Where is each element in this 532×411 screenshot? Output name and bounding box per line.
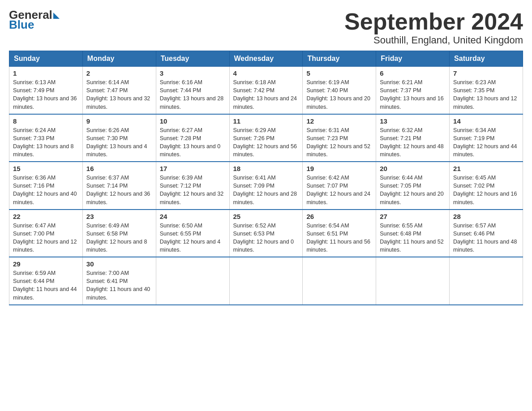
day-number: 28: [453, 213, 519, 220]
day-number: 27: [380, 213, 446, 220]
table-row: 27 Sunrise: 6:55 AM Sunset: 6:48 PM Dayl…: [376, 210, 450, 257]
table-row: 6 Sunrise: 6:21 AM Sunset: 7:37 PM Dayli…: [376, 67, 450, 114]
table-row: 13 Sunrise: 6:32 AM Sunset: 7:21 PM Dayl…: [376, 114, 450, 162]
day-number: 30: [86, 260, 152, 268]
table-row: 11 Sunrise: 6:29 AM Sunset: 7:26 PM Dayl…: [229, 114, 303, 162]
table-row: 5 Sunrise: 6:19 AM Sunset: 7:40 PM Dayli…: [303, 67, 376, 114]
day-info: Sunrise: 6:32 AM Sunset: 7:21 PM Dayligh…: [380, 126, 446, 159]
day-info: Sunrise: 6:29 AM Sunset: 7:26 PM Dayligh…: [233, 126, 299, 159]
day-number: 17: [160, 165, 226, 172]
table-row: 18 Sunrise: 6:41 AM Sunset: 7:09 PM Dayl…: [229, 162, 303, 210]
day-number: 16: [86, 165, 152, 172]
table-row: 10 Sunrise: 6:27 AM Sunset: 7:28 PM Dayl…: [156, 114, 229, 162]
day-info: Sunrise: 6:13 AM Sunset: 7:49 PM Dayligh…: [13, 78, 79, 111]
day-info: Sunrise: 6:52 AM Sunset: 6:53 PM Dayligh…: [233, 222, 299, 254]
calendar-title: September 2024: [344, 9, 523, 34]
day-info: Sunrise: 6:59 AM Sunset: 6:44 PM Dayligh…: [13, 269, 79, 302]
calendar-week-row: 22 Sunrise: 6:47 AM Sunset: 7:00 PM Dayl…: [9, 210, 523, 257]
day-number: 8: [13, 117, 79, 125]
day-number: 18: [233, 165, 299, 172]
day-info: Sunrise: 6:27 AM Sunset: 7:28 PM Dayligh…: [160, 126, 226, 159]
day-info: Sunrise: 6:57 AM Sunset: 6:46 PM Dayligh…: [453, 222, 519, 254]
table-row: 19 Sunrise: 6:42 AM Sunset: 7:07 PM Dayl…: [303, 162, 376, 210]
day-number: 14: [453, 117, 519, 125]
day-info: Sunrise: 6:23 AM Sunset: 7:35 PM Dayligh…: [453, 78, 519, 111]
day-number: 12: [306, 117, 372, 125]
table-row: 3 Sunrise: 6:16 AM Sunset: 7:44 PM Dayli…: [156, 67, 229, 114]
table-row: 23 Sunrise: 6:49 AM Sunset: 6:58 PM Dayl…: [82, 210, 156, 257]
table-row: 17 Sunrise: 6:39 AM Sunset: 7:12 PM Dayl…: [156, 162, 229, 210]
table-row: 4 Sunrise: 6:18 AM Sunset: 7:42 PM Dayli…: [229, 67, 303, 114]
day-info: Sunrise: 6:18 AM Sunset: 7:42 PM Dayligh…: [233, 78, 299, 111]
table-row: 14 Sunrise: 6:34 AM Sunset: 7:19 PM Dayl…: [450, 114, 523, 162]
table-row: [156, 257, 229, 305]
day-number: 24: [160, 213, 226, 220]
header-wednesday: Wednesday: [229, 51, 303, 67]
day-info: Sunrise: 6:24 AM Sunset: 7:33 PM Dayligh…: [13, 126, 79, 159]
day-info: Sunrise: 6:31 AM Sunset: 7:23 PM Dayligh…: [306, 126, 372, 159]
day-info: Sunrise: 6:37 AM Sunset: 7:14 PM Dayligh…: [86, 174, 152, 206]
day-number: 26: [306, 213, 372, 220]
table-row: 22 Sunrise: 6:47 AM Sunset: 7:00 PM Dayl…: [9, 210, 83, 257]
day-info: Sunrise: 6:45 AM Sunset: 7:02 PM Dayligh…: [453, 174, 519, 206]
calendar-subtitle: Southill, England, United Kingdom: [344, 34, 523, 46]
day-info: Sunrise: 6:26 AM Sunset: 7:30 PM Dayligh…: [86, 126, 152, 159]
day-number: 5: [306, 69, 372, 77]
day-info: Sunrise: 6:34 AM Sunset: 7:19 PM Dayligh…: [453, 126, 519, 159]
day-number: 6: [380, 69, 446, 77]
day-info: Sunrise: 6:42 AM Sunset: 7:07 PM Dayligh…: [306, 174, 372, 206]
table-row: 2 Sunrise: 6:14 AM Sunset: 7:47 PM Dayli…: [82, 67, 156, 114]
day-info: Sunrise: 6:39 AM Sunset: 7:12 PM Dayligh…: [160, 174, 226, 206]
page-header: General Blue September 2024 Southill, En…: [9, 9, 523, 46]
day-number: 2: [86, 69, 152, 77]
day-number: 20: [380, 165, 446, 172]
calendar-table: Sunday Monday Tuesday Wednesday Thursday…: [9, 51, 523, 305]
header-tuesday: Tuesday: [156, 51, 229, 67]
table-row: 16 Sunrise: 6:37 AM Sunset: 7:14 PM Dayl…: [82, 162, 156, 210]
day-number: 1: [13, 69, 79, 77]
table-row: 12 Sunrise: 6:31 AM Sunset: 7:23 PM Dayl…: [303, 114, 376, 162]
day-number: 22: [13, 213, 79, 220]
day-number: 11: [233, 117, 299, 125]
day-info: Sunrise: 6:47 AM Sunset: 7:00 PM Dayligh…: [13, 222, 79, 254]
day-info: Sunrise: 6:21 AM Sunset: 7:37 PM Dayligh…: [380, 78, 446, 111]
day-info: Sunrise: 6:41 AM Sunset: 7:09 PM Dayligh…: [233, 174, 299, 206]
day-number: 10: [160, 117, 226, 125]
table-row: 25 Sunrise: 6:52 AM Sunset: 6:53 PM Dayl…: [229, 210, 303, 257]
table-row: 24 Sunrise: 6:50 AM Sunset: 6:55 PM Dayl…: [156, 210, 229, 257]
day-info: Sunrise: 6:14 AM Sunset: 7:47 PM Dayligh…: [86, 78, 152, 111]
day-info: Sunrise: 6:50 AM Sunset: 6:55 PM Dayligh…: [160, 222, 226, 254]
table-row: 21 Sunrise: 6:45 AM Sunset: 7:02 PM Dayl…: [450, 162, 523, 210]
day-number: 3: [160, 69, 226, 77]
day-number: 19: [306, 165, 372, 172]
day-info: Sunrise: 6:49 AM Sunset: 6:58 PM Dayligh…: [86, 222, 152, 254]
day-number: 29: [13, 260, 79, 268]
day-info: Sunrise: 6:55 AM Sunset: 6:48 PM Dayligh…: [380, 222, 446, 254]
day-number: 7: [453, 69, 519, 77]
table-row: 1 Sunrise: 6:13 AM Sunset: 7:49 PM Dayli…: [9, 67, 83, 114]
header-sunday: Sunday: [9, 51, 83, 67]
day-info: Sunrise: 6:54 AM Sunset: 6:51 PM Dayligh…: [306, 222, 372, 254]
day-number: 15: [13, 165, 79, 172]
table-row: 20 Sunrise: 6:44 AM Sunset: 7:05 PM Dayl…: [376, 162, 450, 210]
day-info: Sunrise: 6:19 AM Sunset: 7:40 PM Dayligh…: [306, 78, 372, 111]
table-row: 28 Sunrise: 6:57 AM Sunset: 6:46 PM Dayl…: [450, 210, 523, 257]
logo: General Blue: [9, 9, 60, 30]
table-row: [450, 257, 523, 305]
table-row: [376, 257, 450, 305]
table-row: [303, 257, 376, 305]
day-number: 4: [233, 69, 299, 77]
table-row: 29 Sunrise: 6:59 AM Sunset: 6:44 PM Dayl…: [9, 257, 83, 305]
day-info: Sunrise: 6:36 AM Sunset: 7:16 PM Dayligh…: [13, 174, 79, 206]
table-row: 26 Sunrise: 6:54 AM Sunset: 6:51 PM Dayl…: [303, 210, 376, 257]
table-row: 30 Sunrise: 7:00 AM Sunset: 6:41 PM Dayl…: [82, 257, 156, 305]
table-row: 7 Sunrise: 6:23 AM Sunset: 7:35 PM Dayli…: [450, 67, 523, 114]
logo-blue-text: Blue: [9, 19, 34, 30]
table-row: 8 Sunrise: 6:24 AM Sunset: 7:33 PM Dayli…: [9, 114, 83, 162]
day-number: 21: [453, 165, 519, 172]
calendar-header-row: Sunday Monday Tuesday Wednesday Thursday…: [9, 51, 523, 67]
calendar-week-row: 29 Sunrise: 6:59 AM Sunset: 6:44 PM Dayl…: [9, 257, 523, 305]
header-friday: Friday: [376, 51, 450, 67]
table-row: 15 Sunrise: 6:36 AM Sunset: 7:16 PM Dayl…: [9, 162, 83, 210]
calendar-week-row: 8 Sunrise: 6:24 AM Sunset: 7:33 PM Dayli…: [9, 114, 523, 162]
